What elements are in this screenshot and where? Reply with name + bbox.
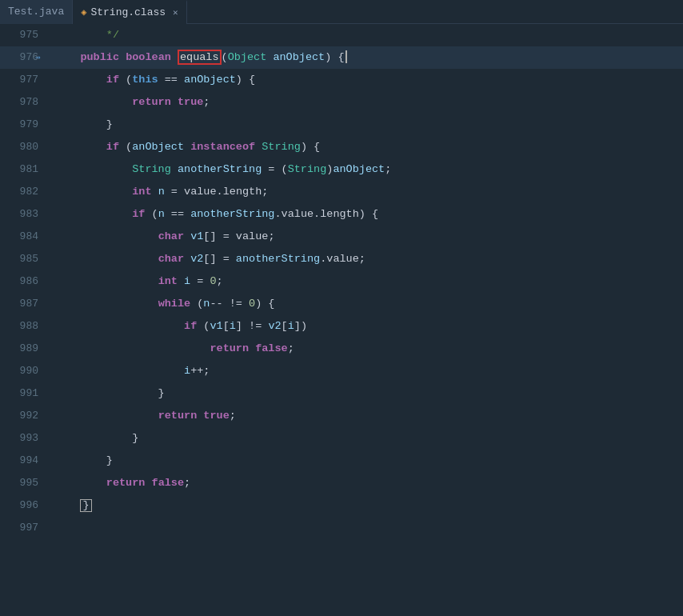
table-row: 991 } xyxy=(0,382,683,405)
code-editor: 975 */ 976⇒ public boolean equals(Object… xyxy=(0,24,683,616)
table-row: 982 int n = value.length; xyxy=(0,181,683,203)
line-num-983: 983 xyxy=(0,203,48,226)
line-995-content: return false; xyxy=(48,472,190,494)
line-991-content: } xyxy=(48,382,165,405)
line-num-994: 994 xyxy=(0,450,48,472)
table-row: 994 } xyxy=(0,450,683,472)
table-row: 975 */ xyxy=(0,24,683,46)
close-icon[interactable]: ✕ xyxy=(173,7,178,18)
line-989-content: return false; xyxy=(48,338,294,360)
line-num-996: 996 xyxy=(0,494,48,517)
line-988-content: if (v1[i] != v2[i]) xyxy=(48,315,307,338)
line-979-content: } xyxy=(48,114,113,136)
line-977-content: if (this == anObject) { xyxy=(48,69,255,91)
table-row: 980 if (anObject instanceof String) { xyxy=(0,136,683,158)
line-986-content: int i = 0; xyxy=(48,270,223,293)
line-num-993: 993 xyxy=(0,427,48,450)
line-num-997: 997 xyxy=(0,517,48,539)
string-class-icon: ◈ xyxy=(81,6,86,18)
table-row: 983 if (n == anotherString.value.length)… xyxy=(0,203,683,226)
line-num-991: 991 xyxy=(0,382,48,405)
line-994-content: } xyxy=(48,450,113,472)
table-row: 988 if (v1[i] != v2[i]) xyxy=(0,315,683,338)
test-java-label: Test.java xyxy=(8,6,64,18)
table-row: 987 while (n-- != 0) { xyxy=(0,293,683,315)
line-num-995: 995 xyxy=(0,472,48,494)
line-num-978: 978 xyxy=(0,91,48,114)
table-row: 997 xyxy=(0,517,683,539)
line-num-985: 985 xyxy=(0,248,48,270)
line-num-979: 979 xyxy=(0,114,48,136)
table-row: 986 int i = 0; xyxy=(0,270,683,293)
line-num-987: 987 xyxy=(0,293,48,315)
line-num-986: 986 xyxy=(0,270,48,293)
tab-string-class[interactable]: ◈ String.class ✕ xyxy=(73,0,186,24)
line-num-981: 981 xyxy=(0,158,48,181)
line-983-content: if (n == anotherString.value.length) { xyxy=(48,203,378,226)
table-row: 984 char v1[] = value; xyxy=(0,226,683,248)
table-row: 993 } xyxy=(0,427,683,450)
line-num-990: 990 xyxy=(0,360,48,382)
line-990-content: i++; xyxy=(48,360,210,382)
table-row: 992 return true; xyxy=(0,405,683,427)
line-996-content: } xyxy=(48,494,92,517)
line-997-content xyxy=(48,517,61,539)
line-num-975: 975 xyxy=(0,24,48,46)
table-row: 978 return true; xyxy=(0,91,683,114)
table-row: 995 return false; xyxy=(0,472,683,494)
line-num-977: 977 xyxy=(0,69,48,91)
line-980-content: if (anObject instanceof String) { xyxy=(48,136,320,158)
table-row: 989 return false; xyxy=(0,338,683,360)
tab-test-java[interactable]: Test.java xyxy=(0,0,73,24)
line-978-content: return true; xyxy=(48,91,210,114)
table-row: 981 String anotherString = (String)anObj… xyxy=(0,158,683,181)
line-976-content: public boolean equals(Object anObject) { xyxy=(48,46,347,69)
line-num-982: 982 xyxy=(0,181,48,203)
table-row: 990 i++; xyxy=(0,360,683,382)
line-num-980: 980 xyxy=(0,136,48,158)
line-num-984: 984 xyxy=(0,226,48,248)
line-975-content: */ xyxy=(48,24,119,46)
line-981-content: String anotherString = (String)anObject; xyxy=(48,158,391,181)
table-row: 976⇒ public boolean equals(Object anObje… xyxy=(0,46,683,69)
table-row: 979 } xyxy=(0,114,683,136)
tab-bar: Test.java ◈ String.class ✕ xyxy=(0,0,683,24)
line-num-976: 976⇒ xyxy=(0,46,48,69)
line-982-content: int n = value.length; xyxy=(48,181,268,203)
line-num-989: 989 xyxy=(0,338,48,360)
line-num-992: 992 xyxy=(0,405,48,427)
table-row: 977 if (this == anObject) { xyxy=(0,69,683,91)
line-num-988: 988 xyxy=(0,315,48,338)
table-row: 996 } xyxy=(0,494,683,517)
table-row: 985 char v2[] = anotherString.value; xyxy=(0,248,683,270)
line-987-content: while (n-- != 0) { xyxy=(48,293,274,315)
line-993-content: } xyxy=(48,427,138,450)
line-984-content: char v1[] = value; xyxy=(48,226,274,248)
line-985-content: char v2[] = anotherString.value; xyxy=(48,248,365,270)
line-992-content: return true; xyxy=(48,405,236,427)
string-class-label: String.class xyxy=(90,6,166,18)
